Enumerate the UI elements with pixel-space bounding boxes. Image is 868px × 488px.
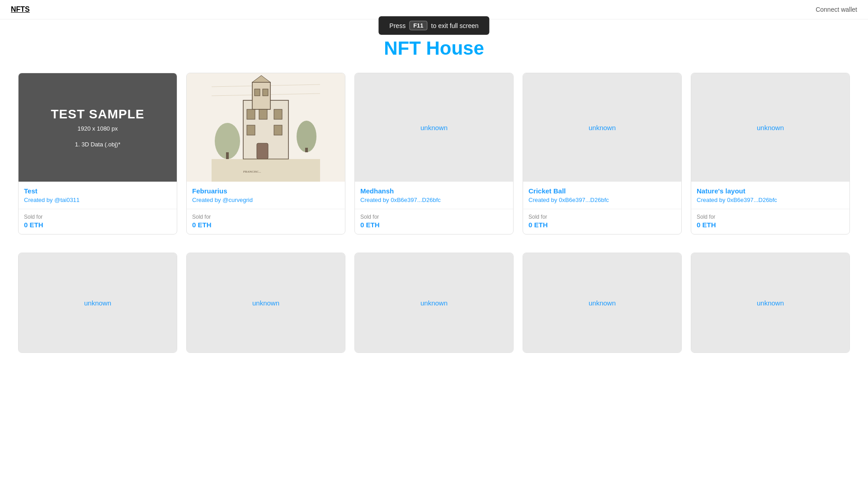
svg-rect-9 xyxy=(247,109,255,119)
nft-card-medhansh[interactable]: unknown Medhansh Created by 0xB6e397...D… xyxy=(354,73,514,235)
nft-card-unknown2[interactable]: unknown xyxy=(186,253,345,353)
nft-image-natures-layout: unknown xyxy=(691,73,849,182)
nft-grid-row2: unknown unknown unknown unknown unknown xyxy=(0,253,868,371)
svg-rect-11 xyxy=(274,109,282,119)
nft-name-medhansh: Medhansh xyxy=(360,187,508,195)
unknown-label-3: unknown xyxy=(420,299,448,307)
unknown-label-medhansh: unknown xyxy=(420,124,448,131)
nft-image-unknown4: unknown xyxy=(523,253,681,352)
nft-info-natures-layout: Nature's layout Created by 0xB6e397...D2… xyxy=(691,182,849,209)
nft-card-unknown4[interactable]: unknown xyxy=(523,253,682,353)
unknown-label-cricket-ball: unknown xyxy=(589,124,616,131)
svg-rect-13 xyxy=(274,125,282,135)
nft-creator-februarius: Created by @curvegrid xyxy=(192,197,340,203)
nft-price-medhansh: Sold for 0 ETH xyxy=(355,209,513,234)
nft-name-cricket-ball: Cricket Ball xyxy=(528,187,676,195)
nft-creator-cricket-ball: Created by 0xB6e397...D26bfc xyxy=(528,197,676,203)
nft-image-cricket-ball: unknown xyxy=(523,73,681,182)
nft-price-cricket-ball: Sold for 0 ETH xyxy=(523,209,681,234)
nft-info-test: Test Created by @tai0311 xyxy=(19,182,177,209)
nft-info-cricket-ball: Cricket Ball Created by 0xB6e397...D26bf… xyxy=(523,182,681,209)
svg-rect-8 xyxy=(257,143,268,159)
nft-image-test: TEST SAMPLE 868 x 488 px 1. 3D Data (.… xyxy=(19,73,177,182)
sold-for-label-test: Sold for xyxy=(24,214,171,220)
svg-point-16 xyxy=(297,121,316,152)
nft-card-februarius[interactable]: FRANCISC... Februarius Created by @curve… xyxy=(186,73,345,235)
unknown-label-1: unknown xyxy=(84,299,111,307)
nft-image-unknown3: unknown xyxy=(355,253,513,352)
unknown-label-4: unknown xyxy=(589,299,616,307)
nft-creator-test: Created by @tai0311 xyxy=(24,197,171,203)
sold-for-label-natures-layout: Sold for xyxy=(697,214,844,220)
test-sample-type: 1. 3D Data (.obj)* xyxy=(51,141,144,148)
svg-rect-17 xyxy=(305,148,308,152)
nav-logo[interactable]: NFTS xyxy=(11,5,30,14)
nft-card-test[interactable]: TEST SAMPLE 868 x 488 px 1. 3D Data (.… xyxy=(18,73,177,235)
creator-link-natures-layout[interactable]: 0xB6e397...D26bfc xyxy=(727,197,777,203)
nft-info-medhansh: Medhansh Created by 0xB6e397...D26bfc xyxy=(355,182,513,209)
nft-image-februarius: FRANCISC... xyxy=(187,73,345,182)
key-badge: F11 xyxy=(409,21,427,30)
nft-price-natures-layout: Sold for 0 ETH xyxy=(691,209,849,234)
svg-text:FRANCISC...: FRANCISC... xyxy=(243,170,261,174)
nft-name-februarius: Februarius xyxy=(192,187,340,195)
nft-image-unknown1: unknown xyxy=(19,253,177,352)
sketch-svg: FRANCISC... xyxy=(187,73,345,182)
price-value-medhansh: 0 ETH xyxy=(360,221,508,229)
page-title: NFT House xyxy=(0,38,868,59)
nft-card-cricket-ball[interactable]: unknown Cricket Ball Created by 0xB6e397… xyxy=(523,73,682,235)
svg-rect-18 xyxy=(212,159,320,182)
creator-link-medhansh[interactable]: 0xB6e397...D26bfc xyxy=(391,197,441,203)
sold-for-label-cricket-ball: Sold for xyxy=(528,214,676,220)
unknown-label-natures-layout: unknown xyxy=(757,124,784,131)
unknown-label-2: unknown xyxy=(252,299,279,307)
nft-image-unknown2: unknown xyxy=(187,253,345,352)
test-sample-title: TEST SAMPLE xyxy=(51,107,144,122)
svg-rect-7 xyxy=(263,89,268,96)
connect-wallet-button[interactable]: Connect wallet xyxy=(816,6,857,13)
svg-rect-12 xyxy=(247,125,255,135)
svg-rect-15 xyxy=(226,152,229,159)
nft-card-unknown1[interactable]: unknown xyxy=(18,253,177,353)
creator-link-februarius[interactable]: @curvegrid xyxy=(222,197,253,203)
nft-card-unknown5[interactable]: unknown xyxy=(691,253,850,353)
price-value-test: 0 ETH xyxy=(24,221,171,229)
sold-for-label-medhansh: Sold for xyxy=(360,214,508,220)
creator-link-cricket-ball[interactable]: 0xB6e397...D26bfc xyxy=(559,197,609,203)
nft-card-unknown3[interactable]: unknown xyxy=(354,253,514,353)
nft-name-natures-layout: Nature's layout xyxy=(697,187,844,195)
nft-price-februarius: Sold for 0 ETH xyxy=(187,209,345,234)
nft-card-natures-layout[interactable]: unknown Nature's layout Created by 0xB6e… xyxy=(691,73,850,235)
price-value-cricket-ball: 0 ETH xyxy=(528,221,676,229)
nft-creator-natures-layout: Created by 0xB6e397...D26bfc xyxy=(697,197,844,203)
nft-name-test: Test xyxy=(24,187,171,195)
nft-creator-medhansh: Created by 0xB6e397...D26bfc xyxy=(360,197,508,203)
press-label: Press xyxy=(389,22,406,29)
exit-label: to exit full screen xyxy=(431,22,479,29)
creator-link-test[interactable]: @tai0311 xyxy=(54,197,80,203)
nft-image-unknown5: unknown xyxy=(691,253,849,352)
svg-rect-10 xyxy=(259,109,267,119)
nft-grid-row1: TEST SAMPLE 868 x 488 px 1. 3D Data (.… xyxy=(0,73,868,253)
svg-rect-6 xyxy=(255,89,260,96)
sold-for-label-februarius: Sold for xyxy=(192,214,340,220)
nft-image-medhansh: unknown xyxy=(355,73,513,182)
price-value-natures-layout: 0 ETH xyxy=(697,221,844,229)
nft-info-februarius: Februarius Created by @curvegrid xyxy=(187,182,345,209)
test-sample-dims: 868 x 488 px xyxy=(51,125,144,132)
header: NFTS Connect wallet xyxy=(0,0,868,19)
price-value-februarius: 0 ETH xyxy=(192,221,340,229)
unknown-label-5: unknown xyxy=(757,299,784,307)
nft-price-test: Sold for 0 ETH xyxy=(19,209,177,234)
